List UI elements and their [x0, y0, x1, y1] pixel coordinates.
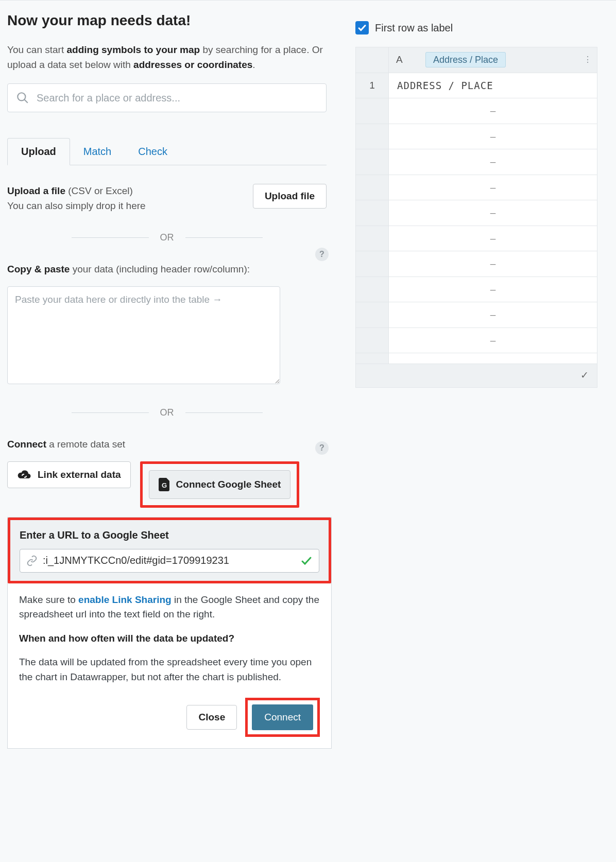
column-header-a[interactable]: A Address / Place ⋮ — [389, 47, 597, 73]
link-icon — [26, 555, 38, 566]
highlight-url-section: Enter a URL to a Google Sheet — [8, 518, 331, 583]
paste-label: Copy & paste your data (including header… — [7, 262, 327, 277]
divider-or-2: OR — [7, 406, 327, 420]
search-input-wrap[interactable] — [7, 83, 327, 112]
row-number — [356, 98, 389, 124]
table-cell[interactable]: – — [389, 124, 597, 149]
google-sheet-url-input[interactable] — [43, 555, 295, 566]
row-number: 1 — [356, 73, 389, 98]
table-cell[interactable]: – — [389, 149, 597, 175]
row-number — [356, 327, 389, 353]
tab-match[interactable]: Match — [70, 138, 125, 165]
svg-point-0 — [18, 93, 25, 100]
row-number — [356, 353, 389, 364]
tab-upload[interactable]: Upload — [7, 138, 70, 165]
search-icon — [16, 91, 29, 105]
google-sheet-icon: G — [159, 478, 170, 491]
row-number — [356, 149, 389, 175]
tabs: Upload Match Check — [7, 138, 327, 165]
intro-text: You can start adding symbols to your map… — [7, 43, 327, 72]
cloud-link-icon — [17, 469, 31, 480]
modal-question: When and how often will the data be upda… — [19, 631, 320, 646]
table-cell[interactable]: – — [389, 98, 597, 124]
row-number — [356, 175, 389, 200]
svg-text:G: G — [162, 481, 167, 489]
row-number — [356, 200, 389, 226]
table-cell[interactable] — [389, 353, 597, 364]
first-row-label-text: First row as label — [375, 20, 453, 36]
table-cell[interactable]: – — [389, 175, 597, 200]
table-cell[interactable]: – — [389, 302, 597, 328]
column-menu-icon[interactable]: ⋮ — [584, 54, 592, 66]
row-number — [356, 124, 389, 149]
connect-label: Connect a remote data set ? — [7, 437, 327, 452]
table-corner — [356, 47, 389, 73]
row-number — [356, 302, 389, 328]
modal-close-button[interactable]: Close — [186, 705, 237, 730]
connect-google-sheet-button[interactable]: G Connect Google Sheet — [149, 470, 291, 499]
row-number — [356, 251, 389, 277]
link-external-data-button[interactable]: Link external data — [7, 461, 131, 488]
modal-title: Enter a URL to a Google Sheet — [20, 527, 319, 543]
modal-answer: The data will be updated from the spread… — [19, 655, 320, 684]
enable-link-sharing-link[interactable]: enable Link Sharing — [78, 594, 172, 605]
page-heading: Now your map needs data! — [7, 10, 343, 31]
table-cell[interactable]: – — [389, 200, 597, 226]
highlight-connect-button: Connect — [245, 698, 320, 737]
help-icon[interactable]: ? — [315, 441, 329, 455]
upload-file-button[interactable]: Upload file — [253, 184, 327, 209]
table-footer[interactable]: ✓ — [356, 364, 597, 388]
first-row-as-label-toggle[interactable]: First row as label — [355, 20, 616, 36]
table-cell[interactable]: ADDRESS / PLACE — [389, 73, 597, 98]
highlight-google-sheet: G Connect Google Sheet — [140, 461, 300, 508]
table-cell[interactable]: – — [389, 251, 597, 277]
paste-textarea[interactable] — [7, 286, 280, 384]
modal-help-text-1: Make sure to enable Link Sharing in the … — [19, 593, 320, 622]
upload-file-label: Upload a file (CSV or Excel) You can als… — [7, 184, 146, 213]
table-cell[interactable]: – — [389, 327, 597, 353]
checkbox-checked-icon — [355, 21, 369, 35]
tab-check[interactable]: Check — [125, 138, 181, 165]
checkmark-icon — [300, 555, 313, 567]
svg-line-1 — [24, 99, 28, 103]
modal-connect-button[interactable]: Connect — [252, 704, 313, 730]
row-number — [356, 226, 389, 251]
google-sheet-modal: Enter a URL to a Google Sheet Make sure … — [7, 517, 332, 749]
column-type-pill[interactable]: Address / Place — [425, 52, 506, 67]
divider-or-1: OR — [7, 231, 327, 245]
data-preview-table: A Address / Place ⋮ 1 ADDRESS / PLACE – … — [355, 47, 597, 388]
help-icon[interactable]: ? — [315, 248, 329, 261]
search-input[interactable] — [37, 92, 318, 104]
table-cell[interactable]: – — [389, 277, 597, 302]
table-cell[interactable]: – — [389, 226, 597, 251]
google-sheet-url-field[interactable] — [20, 549, 319, 573]
row-number — [356, 277, 389, 302]
